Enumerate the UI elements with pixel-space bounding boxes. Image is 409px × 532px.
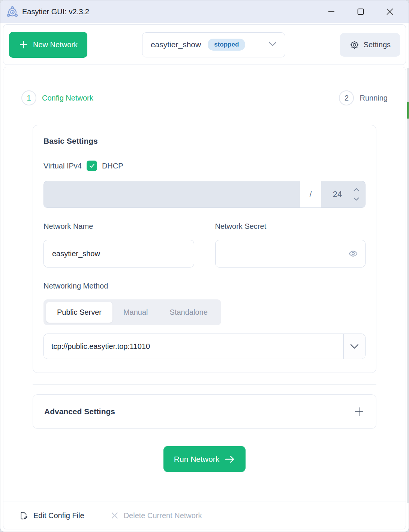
maximize-icon [357,8,365,16]
footer: Edit Config File Delete Current Network [3,502,406,529]
networking-method-tabs: Public Server Manual Standalone [43,299,221,325]
name-secret-labels: Network Name Network Secret [43,222,366,231]
minimize-button[interactable] [319,0,343,23]
spacer [3,472,406,502]
plus-icon [19,40,28,50]
step-2-circle: 2 [339,90,354,105]
minimize-icon [327,8,336,16]
chevron-down-icon [268,41,277,48]
main-panel: 1 Config Network 2 Running Basic Setting… [3,67,406,529]
public-server-select[interactable]: tcp://public.easytier.top:11010 [43,334,366,359]
gear-icon [349,40,360,50]
new-network-button[interactable]: New Network [9,32,87,58]
close-button[interactable] [378,0,402,23]
settings-button[interactable]: Settings [340,33,400,57]
window-controls [319,0,409,23]
networking-method-label: Networking Method [43,282,366,290]
arrow-right-icon [225,455,235,463]
run-network-button[interactable]: Run Network [163,446,246,472]
public-server-url: tcp://public.easytier.top:11010 [44,334,343,359]
settings-label: Settings [364,41,391,49]
tab-standalone[interactable]: Standalone [159,302,219,323]
chevron-down-icon [354,197,359,201]
delete-network-button[interactable]: Delete Current Network [111,511,202,520]
x-icon [111,511,119,520]
step-1-label: Config Network [42,94,93,102]
network-status-badge: stopped [208,39,245,51]
edit-config-file-button[interactable]: Edit Config File [19,511,84,520]
network-secret-label: Network Secret [215,222,366,231]
new-network-label: New Network [33,41,78,49]
edit-config-file-label: Edit Config File [33,511,84,520]
toggle-secret-visibility-button[interactable] [348,249,358,258]
stepper: 1 Config Network 2 Running [3,90,406,105]
chevron-down-icon [350,344,359,349]
step-1-circle: 1 [21,90,36,105]
name-secret-inputs [43,240,366,268]
toolbar: New Network easytier_show stopped Settin… [3,24,406,65]
app-window: Easytier GUI: v2.3.2 New Network easytie… [0,0,409,532]
window-title: Easytier GUI: v2.3.2 [22,8,89,16]
network-secret-input[interactable] [215,240,366,268]
chevron-up-icon [354,188,359,191]
close-icon [386,8,394,16]
stepper-up-button[interactable] [354,188,359,191]
virtual-ip-group: / 24 [43,181,366,208]
basic-settings-title: Basic Settings [43,137,366,146]
titlebar: Easytier GUI: v2.3.2 [0,0,409,23]
virtual-ip-input[interactable] [43,181,300,208]
virtual-ipv4-label: Virtual IPv4 [43,162,82,170]
basic-settings-card: Basic Settings Virtual IPv4 DHCP / 24 [33,125,376,373]
dhcp-checkbox[interactable] [87,161,97,171]
maximize-button[interactable] [349,0,373,23]
stepper-down-button[interactable] [354,197,359,201]
step-running[interactable]: 2 Running [339,90,388,105]
background-window-fragment [407,102,409,119]
prefix-separator: / [300,181,321,208]
step-2-label: Running [360,94,388,102]
advanced-settings-card[interactable]: Advanced Settings [33,394,376,429]
tab-manual[interactable]: Manual [112,302,159,323]
file-pencil-icon [19,511,28,520]
run-row: Run Network [3,446,406,472]
advanced-settings-title: Advanced Settings [44,407,115,416]
run-network-label: Run Network [174,455,219,464]
network-selector[interactable]: easytier_show stopped [142,32,285,57]
tab-public-server[interactable]: Public Server [46,302,112,323]
app-logo-icon [6,6,18,18]
expand-plus-icon[interactable] [354,406,365,417]
dhcp-label: DHCP [102,162,123,170]
virtual-ipv4-row: Virtual IPv4 DHCP [43,161,366,171]
step-config-network[interactable]: 1 Config Network [21,90,93,105]
check-icon [88,162,95,169]
selected-network-name: easytier_show [151,40,201,49]
eye-icon [348,249,358,258]
background-window-edge [407,68,409,503]
network-secret-wrap [215,240,366,268]
network-name-label: Network Name [43,222,194,231]
content-wrap: New Network easytier_show stopped Settin… [0,23,409,532]
prefix-length-value: 24 [321,189,354,199]
select-chevron-area[interactable] [343,334,365,359]
network-name-input[interactable] [43,240,194,268]
prefix-length-stepper[interactable]: 24 [321,181,366,208]
delete-network-label: Delete Current Network [124,511,202,520]
section-divider [33,384,376,385]
stepper-arrows [354,188,365,201]
